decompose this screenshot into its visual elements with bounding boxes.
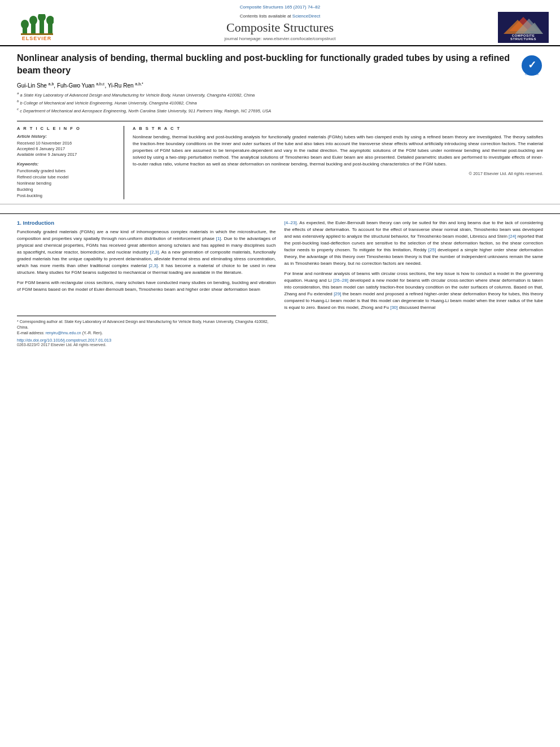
keywords-section: Keywords: Functionally graded tubes Refi…	[17, 161, 118, 198]
composite-logo-graphic	[504, 14, 543, 34]
issn-line: 0263-8223/© 2017 Elsevier Ltd. All right…	[17, 343, 276, 347]
contents-text: Contents lists available at	[240, 14, 291, 19]
article-info-col: A R T I C L E I N F O Article history: R…	[17, 126, 124, 199]
right-para1: [4–23]. As expected, the Euler-Bernoulli…	[285, 220, 544, 267]
ref-25[interactable]: [25]	[428, 247, 436, 252]
journal-meta-row: ELSEVIER Contents lists available at Sci…	[11, 12, 549, 43]
ref-30[interactable]: [30]	[390, 305, 397, 310]
body-right-col: [4–23]. As expected, the Euler-Bernoulli…	[285, 220, 544, 346]
history-label: Article history:	[17, 134, 118, 139]
keyword-5: Post-buckling	[17, 193, 118, 198]
right-para2: For linear and nonlinear analysis of bea…	[285, 270, 544, 311]
ref-4-23[interactable]: [4–23]	[285, 220, 297, 225]
footnote-area: * Corresponding author at: State Key Lab…	[17, 316, 276, 346]
abstract-text: Nonlinear bending, thermal buckling and …	[133, 134, 543, 168]
available-date: Available online 9 January 2017	[17, 152, 118, 157]
article-info-abstract-section: A R T I C L E I N F O Article history: R…	[17, 121, 543, 199]
paper-title: Nonlinear analysis of bending, thermal b…	[17, 52, 515, 77]
main-body: 1. Introduction Functionally graded mate…	[0, 213, 560, 346]
elsevier-tree-icon	[20, 14, 54, 36]
ref-24[interactable]: [24]	[509, 234, 516, 239]
email-link[interactable]: renyiru@hnu.edu.cn	[46, 331, 81, 335]
keyword-3: Nonlinear bending	[17, 181, 118, 186]
affil-b: b b College of Mechanical and Vehicle En…	[17, 99, 543, 106]
ref-2-3[interactable]: [2,3]	[150, 250, 159, 255]
journal-citation: Composite Structures 165 (2017) 74–82	[240, 5, 320, 10]
body-two-col: 1. Introduction Functionally graded mate…	[17, 220, 543, 346]
ref-1[interactable]: [1]	[216, 236, 221, 241]
divider	[0, 204, 560, 204]
svg-rect-8	[21, 33, 53, 35]
journal-header: Composite Structures 165 (2017) 74–82 EL…	[0, 0, 560, 46]
authors-line: Gui-Lin She a,b, Fuh-Gwo Yuan a,b,c, Yi-…	[17, 82, 543, 89]
keyword-1: Functionally graded tubes	[17, 168, 118, 173]
received-date: Received 10 November 2016	[17, 141, 118, 146]
ref-26-28[interactable]: [26–28]	[333, 278, 348, 283]
sciencedirect-link[interactable]: ScienceDirect	[292, 14, 320, 19]
contents-line: Contents lists available at ScienceDirec…	[62, 14, 498, 19]
ref-29[interactable]: [29]	[334, 291, 341, 296]
journal-homepage: journal homepage: www.elsevier.com/locat…	[62, 36, 498, 41]
intro-para1: Functionally graded materials (FGMs) are…	[17, 229, 276, 276]
svg-point-5	[38, 14, 46, 21]
footnote-corresponding: * Corresponding author at: State Key Lab…	[17, 319, 276, 330]
elsevier-text: ELSEVIER	[22, 36, 52, 41]
body-left-col: 1. Introduction Functionally graded mate…	[17, 220, 276, 346]
article-content: Nonlinear analysis of bending, thermal b…	[0, 52, 560, 199]
keyword-2: Refined circular tube model	[17, 174, 118, 180]
svg-point-1	[21, 20, 29, 29]
affiliations: a a State Key Laboratory of Advanced Des…	[17, 91, 543, 114]
keywords-label: Keywords:	[17, 161, 118, 167]
svg-text:✓: ✓	[528, 59, 536, 71]
abstract-col: A B S T R A C T Nonlinear bending, therm…	[133, 126, 543, 199]
crossmark-badge-icon[interactable]: ✓ CrossMark	[520, 54, 543, 77]
footnote-email: E-mail address: renyiru@hnu.edu.cn (Y.-R…	[17, 330, 276, 336]
svg-point-7	[46, 16, 54, 25]
doi-link[interactable]: http://dx.doi.org/10.1016/j.compstruct.2…	[17, 338, 276, 343]
ref-2-3b[interactable]: [2,3]	[149, 263, 158, 268]
page: Composite Structures 165 (2017) 74–82 EL…	[0, 0, 560, 747]
article-history: Article history: Received 10 November 20…	[17, 134, 118, 157]
footnote-section: * Corresponding author at: State Key Lab…	[17, 316, 276, 335]
accepted-date: Accepted 6 January 2017	[17, 146, 118, 151]
article-info-label: A R T I C L E I N F O	[17, 126, 118, 131]
keyword-4: Buckling	[17, 187, 118, 192]
svg-point-3	[29, 16, 37, 25]
abstract-label: A B S T R A C T	[133, 126, 543, 131]
journal-center: Contents lists available at ScienceDirec…	[62, 14, 498, 41]
elsevier-logo: ELSEVIER	[11, 12, 62, 43]
svg-text:CrossMark: CrossMark	[525, 72, 539, 76]
affil-a: a a State Key Laboratory of Advanced Des…	[17, 91, 543, 98]
composite-logo-box: COMPOSITE STRUCTURES	[498, 12, 549, 43]
journal-title: Composite Structures	[62, 20, 498, 35]
intro-heading: 1. Introduction	[17, 220, 276, 226]
paper-title-section: Nonlinear analysis of bending, thermal b…	[17, 52, 543, 77]
affil-c: c c Department of Mechanical and Aerospa…	[17, 107, 543, 114]
copyright-line: © 2017 Elsevier Ltd. All rights reserved…	[133, 171, 543, 176]
intro-para2: For FGM beams with rectangular cross sec…	[17, 279, 276, 293]
composite-logo-text: COMPOSITE STRUCTURES	[500, 34, 547, 41]
